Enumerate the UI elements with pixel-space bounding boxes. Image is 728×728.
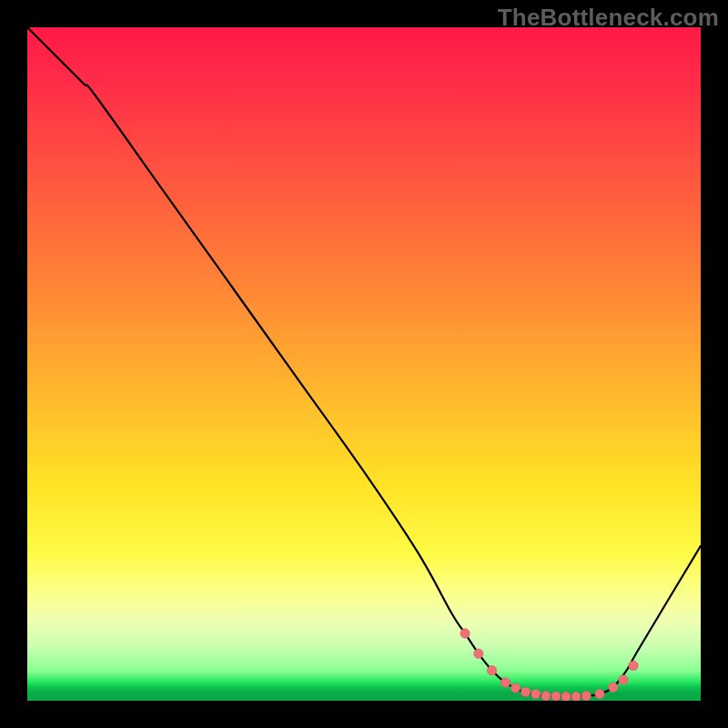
valley-dot [511, 683, 520, 693]
valley-dot [595, 689, 604, 698]
valley-dot [474, 649, 483, 658]
valley-dot [521, 687, 530, 696]
valley-dot [609, 682, 618, 692]
valley-dot [629, 661, 638, 670]
valley-dot [551, 692, 561, 701]
watermark-text: TheBottleneck.com [498, 4, 719, 32]
plot-area [27, 27, 701, 701]
valley-dot [581, 692, 591, 701]
valley-dot [561, 692, 571, 701]
valley-dot [571, 692, 581, 701]
chart-frame: TheBottleneck.com [0, 0, 728, 728]
valley-dot [619, 675, 628, 684]
valley-dot [541, 692, 551, 701]
valley-dot [487, 666, 496, 675]
valley-dot [531, 689, 541, 698]
valley-dot [500, 678, 510, 687]
curve-layer [27, 27, 701, 701]
bottleneck-curve [27, 27, 701, 697]
valley-dot [460, 629, 470, 638]
